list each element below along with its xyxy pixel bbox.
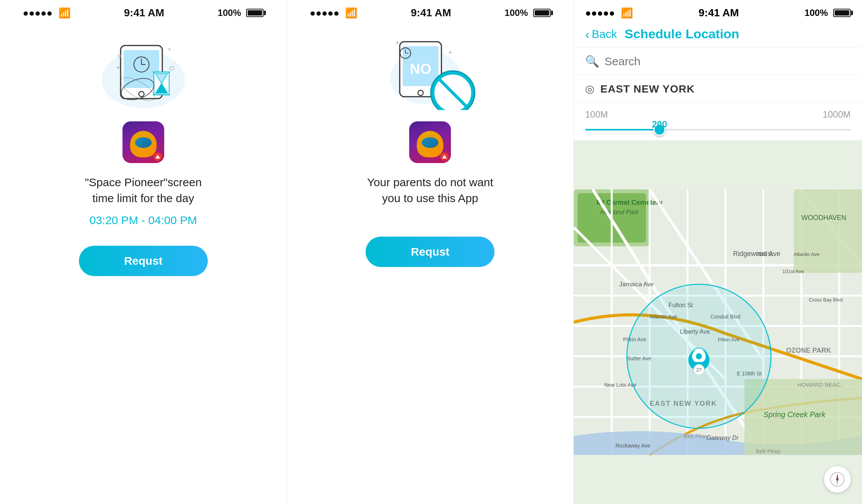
status-right-2: 100% [505, 8, 551, 18]
svg-text:HOWARD BEAC...: HOWARD BEAC... [798, 382, 845, 388]
visor-1 [135, 137, 152, 148]
svg-text:+: + [116, 63, 121, 72]
app-icon-1 [122, 121, 164, 163]
svg-text:WOODHAVEN: WOODHAVEN [801, 214, 846, 221]
slider-track-container[interactable]: 200 [585, 123, 851, 137]
status-time-1: 9:41 AM [124, 7, 164, 19]
page-title: Schedule Location [625, 27, 739, 41]
request-button-2[interactable]: Requst [366, 237, 495, 267]
search-input[interactable] [604, 55, 851, 68]
svg-text:27: 27 [696, 367, 702, 373]
status-bar-1: ●●●●● 📶 9:41 AM 100% [11, 0, 275, 23]
svg-text:Gateway Dr: Gateway Dr [707, 435, 739, 441]
illustration-blocked: NO + + [373, 30, 487, 114]
status-right-1: 100% [218, 8, 264, 18]
svg-text:+: + [395, 39, 400, 47]
svg-text:Atlantic Ave: Atlantic Ave [794, 251, 820, 257]
svg-text:+: + [448, 49, 452, 57]
time-range-1: 03:20 PM - 04:00 PM [89, 214, 197, 227]
status-right-3: 100% [805, 8, 851, 18]
svg-text:Cross Bay Blvd: Cross Bay Blvd [809, 297, 843, 303]
slider-max-label: 1000M [823, 109, 851, 120]
wifi-icon-1: 📶 [58, 7, 71, 19]
battery-pct-2: 100% [505, 8, 528, 18]
map-svg: Mt Carmel Cemetery Highland Park [574, 140, 862, 504]
svg-text:NO: NO [410, 61, 432, 77]
battery-pct-3: 100% [805, 8, 828, 18]
app-icon-2 [409, 121, 451, 163]
back-chevron-icon: ‹ [585, 28, 589, 41]
signal-icon-3: ●●●●● [585, 7, 615, 19]
signal-dots-3: ●●●●● 📶 [585, 7, 633, 19]
radius-slider-section: 100M 1000M 200 [574, 103, 862, 140]
schedule-location-header: ‹ Back Schedule Location [574, 23, 862, 48]
back-label: Back [592, 28, 617, 41]
description-2: Your parents do not want you to use this… [366, 174, 495, 206]
request-label-1: Requst [124, 254, 163, 267]
battery-pct-1: 100% [218, 8, 241, 18]
compass-button[interactable] [824, 466, 851, 493]
back-button[interactable]: ‹ Back [585, 28, 617, 41]
svg-text:Jamaica Ave: Jamaica Ave [619, 281, 654, 287]
status-bar-2: ●●●●● 📶 9:41 AM 100% [298, 0, 562, 23]
panel-schedule-location: ●●●●● 📶 9:41 AM 100% ‹ Back Schedule Loc… [574, 0, 862, 504]
blocked-illustration-svg: NO + + [377, 34, 483, 110]
panel-app-blocked: ●●●●● 📶 9:41 AM 100% NO + + [287, 0, 574, 504]
location-name: EAST NEW YORK [600, 83, 695, 95]
battery-icon-1 [246, 9, 264, 17]
illustration-screen-time: + + [86, 30, 200, 114]
svg-text:101st Ave: 101st Ave [782, 268, 804, 274]
svg-text:75th St: 75th St [756, 251, 773, 257]
slider-labels: 100M 1000M [585, 109, 851, 120]
search-icon: 🔍 [585, 55, 599, 68]
request-button-1[interactable]: Requst [79, 246, 208, 276]
signal-icon-1: ●●●●● [23, 7, 53, 19]
svg-text:Belt Pkwy: Belt Pkwy [756, 448, 781, 454]
slider-min-label: 100M [585, 109, 608, 120]
map-container[interactable]: Mt Carmel Cemetery Highland Park [574, 140, 862, 504]
svg-rect-57 [794, 190, 862, 273]
svg-point-92 [836, 478, 838, 480]
helmet-1 [130, 131, 157, 157]
description-1: "Space Pioneer"screen time limit for the… [79, 174, 208, 206]
svg-text:OZONE PARK: OZONE PARK [786, 347, 831, 354]
svg-text:Spring Creek Park: Spring Creek Park [763, 410, 826, 419]
compass-icon [830, 472, 845, 487]
map-background: Mt Carmel Cemetery Highland Park [574, 140, 862, 504]
panel-screen-time: ●●●●● 📶 9:41 AM 100% + + [0, 0, 287, 504]
slider-value-label: 200 [652, 119, 667, 130]
svg-text:Rockaway Ave: Rockaway Ave [615, 443, 650, 449]
svg-text:Belt Pkwy: Belt Pkwy [684, 433, 709, 439]
svg-text:+: + [168, 46, 171, 52]
battery-icon-3 [833, 9, 851, 17]
svg-text:Mt Carmel Cemetery: Mt Carmel Cemetery [597, 199, 663, 206]
battery-icon-2 [533, 9, 551, 17]
wifi-icon-2: 📶 [345, 7, 357, 19]
request-label-2: Requst [411, 245, 449, 258]
wifi-icon-3: 📶 [621, 7, 633, 19]
slider-fill [585, 129, 659, 130]
search-bar[interactable]: 🔍 [574, 48, 862, 75]
signal-dots-2: ●●●●● 📶 [310, 7, 358, 19]
app-badge-2 [440, 152, 449, 161]
visor-2 [422, 137, 438, 148]
status-bar-3: ●●●●● 📶 9:41 AM 100% [574, 0, 862, 23]
status-time-3: 9:41 AM [699, 7, 739, 19]
signal-dots-1: ●●●●● 📶 [23, 7, 71, 19]
signal-icon-2: ●●●●● [310, 7, 340, 19]
svg-point-85 [696, 353, 702, 360]
screen-time-illustration-svg: + + [90, 34, 196, 110]
slider-track: 200 [585, 129, 851, 130]
location-pin-icon: ◎ [585, 83, 594, 95]
helmet-2 [417, 131, 443, 157]
location-row[interactable]: ◎ EAST NEW YORK [574, 75, 862, 103]
app-badge-1 [154, 152, 162, 161]
status-time-2: 9:41 AM [411, 7, 451, 19]
